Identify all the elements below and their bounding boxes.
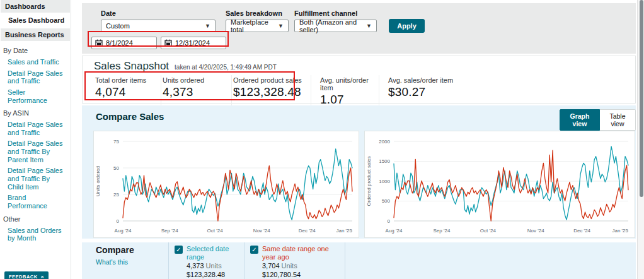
sidebar-group-label: By Date [0, 43, 71, 56]
svg-text:Oct '24: Oct '24 [480, 228, 497, 234]
feedback-button[interactable]: FEEDBACK× [4, 271, 49, 279]
svg-text:Dec '24: Dec '24 [299, 228, 316, 234]
svg-text:1500: 1500 [379, 158, 390, 164]
svg-text:Jan '25: Jan '25 [336, 228, 352, 234]
view-toggle: Graph view Table view [560, 109, 636, 131]
sidebar: Dashboards Sales Dashboard Business Repo… [0, 0, 71, 279]
sidebar-item-sales-dashboard[interactable]: Sales Dashboard [0, 15, 71, 28]
svg-text:Oct '24: Oct '24 [207, 228, 224, 234]
sales-snapshot-title: Sales Snapshot [94, 60, 169, 73]
compare-sales-panel: Compare Sales Graph view Table view 0255… [82, 105, 636, 279]
sidebar-item-detail-page-sales-and-traffic[interactable]: Detail Page Sales and Traffic [0, 68, 71, 86]
svg-text:50: 50 [113, 165, 119, 171]
legend-item-selected-range: ✓ Selected date range 4,373 Units $123,3… [168, 242, 244, 279]
sales-snapshot-timestamp: taken at 4/20/2025, 1:49:49 AM PDT [175, 64, 277, 71]
sidebar-item-sales-and-traffic[interactable]: Sales and Traffic [0, 56, 71, 68]
svg-text:Nov '24: Nov '24 [253, 228, 270, 234]
svg-text:Dec '24: Dec '24 [573, 228, 590, 234]
main-content: Date Custom ▼ 8/1/2024 12/31/2024 Sales … [82, 0, 636, 279]
app-root: Dashboards Sales Dashboard Business Repo… [0, 0, 644, 279]
sidebar-item-detail-page-sales-and-traffic[interactable]: Detail Page Sales and Traffic [0, 119, 71, 138]
units-ordered-chart-canvas: 0255075Aug '24Sep '24Oct '24Nov '24Dec '… [94, 131, 359, 237]
svg-text:Sep '24: Sep '24 [161, 228, 178, 234]
selected-range-label: Selected date range [187, 245, 244, 261]
metric-units-ordered: Units ordered 4,373 [161, 75, 232, 109]
svg-text:Aug '24: Aug '24 [386, 228, 403, 234]
sidebar-item-detail-page-sales-and-traffic-by-child-item[interactable]: Detail Page Sales and Traffic By Child I… [0, 165, 71, 192]
svg-text:Jan '25: Jan '25 [612, 228, 628, 234]
compare-sales-title: Compare Sales [96, 111, 164, 122]
fulfillment-channel-select[interactable]: Both (Amazon and seller) ▼ [294, 20, 377, 32]
close-icon[interactable]: × [41, 274, 44, 279]
calendar-icon[interactable] [92, 37, 106, 49]
date-range-select[interactable]: Custom ▼ [101, 20, 216, 32]
selected-range-checkbox[interactable]: ✓ [175, 246, 183, 254]
compare-legend: Compare What's this ✓ Selected date rang… [96, 242, 636, 279]
svg-text:500: 500 [382, 198, 391, 204]
metric-ordered-product-sales: Ordered product sales $123,328.48 [232, 75, 311, 109]
sidebar-group-label: By ASIN [0, 105, 71, 119]
sales-breakdown-label: Sales breakdown [226, 9, 282, 17]
prior-year-checkbox[interactable]: ✓ [250, 246, 258, 254]
sidebar-item-seller-performance[interactable]: Seller Performance [0, 86, 71, 105]
metric-avg-units-per-order-item: Avg. units/order item 1.07 [311, 75, 379, 109]
start-date-input[interactable]: 8/1/2024 [91, 37, 157, 49]
date-range-select-value: Custom [106, 22, 130, 30]
filter-panel: Date Custom ▼ 8/1/2024 12/31/2024 Sales … [82, 3, 636, 54]
svg-text:1000: 1000 [379, 179, 390, 184]
svg-text:Ordered product sales: Ordered product sales [366, 156, 372, 206]
legend-spacer [345, 242, 636, 279]
sidebar-item-detail-page-sales-and-traffic-by-parent-item[interactable]: Detail Page Sales and Traffic By Parent … [0, 138, 71, 165]
compare-label: Compare [96, 245, 168, 255]
scrollbar-thumb[interactable] [640, 0, 643, 197]
sidebar-group-label: Other [0, 211, 71, 225]
svg-text:Aug '24: Aug '24 [115, 228, 132, 234]
graph-view-button[interactable]: Graph view [560, 109, 600, 131]
ordered-product-sales-chart: 0500100015002000Aug '24Sep '24Oct '24Nov… [364, 131, 635, 238]
prior-year-sales: $120,780.54 [262, 271, 344, 278]
chevron-down-icon: ▼ [362, 23, 372, 29]
selected-range-sales: $123,328.48 [187, 271, 244, 278]
svg-text:Sep '24: Sep '24 [433, 228, 450, 234]
scrollbar[interactable] [637, 0, 644, 279]
table-view-button[interactable]: Table view [600, 109, 636, 131]
snapshot-metrics: Total order items 4,074 Units ordered 4,… [83, 75, 635, 109]
sidebar-header-dashboards: Dashboards [1, 0, 70, 13]
calendar-icon[interactable] [161, 37, 175, 49]
legend-item-prior-year: ✓ Same date range one year ago 3,704 Uni… [244, 242, 345, 279]
svg-text:25: 25 [113, 192, 119, 198]
sidebar-header-business-reports: Business Reports [1, 28, 70, 41]
chevron-down-icon: ▼ [201, 23, 210, 29]
end-date-value: 12/31/2024 [175, 39, 210, 47]
metric-total-order-items: Total order items 4,074 [94, 75, 161, 109]
fulfillment-channel-value: Both (Amazon and seller) [299, 18, 362, 33]
selected-range-units: 4,373 Units [187, 262, 244, 270]
metric-avg-sales-per-order-item: Avg. sales/order item $30.27 [379, 75, 462, 109]
start-date-value: 8/1/2024 [106, 39, 133, 47]
ordered-product-sales-chart-canvas: 0500100015002000Aug '24Sep '24Oct '24Nov… [365, 131, 635, 237]
apply-button[interactable]: Apply [389, 19, 425, 33]
sales-breakdown-value: Marketplace total [231, 18, 274, 33]
svg-text:75: 75 [113, 139, 119, 145]
svg-text:Nov '24: Nov '24 [527, 228, 544, 234]
fulfillment-channel-label: Fulfillment channel [294, 9, 357, 17]
end-date-input[interactable]: 12/31/2024 [161, 37, 226, 49]
svg-text:0: 0 [388, 218, 391, 224]
svg-text:2000: 2000 [379, 139, 390, 145]
units-ordered-chart: 0255075Aug '24Sep '24Oct '24Nov '24Dec '… [93, 131, 359, 238]
whats-this-link[interactable]: What's this [96, 258, 168, 266]
sidebar-item-sales-and-orders-by-month[interactable]: Sales and Orders by Month [0, 225, 71, 244]
sales-snapshot-panel: Sales Snapshot taken at 4/20/2025, 1:49:… [82, 56, 636, 104]
svg-text:Units ordered: Units ordered [95, 166, 101, 196]
sales-breakdown-select[interactable]: Marketplace total ▼ [226, 20, 289, 32]
svg-text:0: 0 [117, 218, 120, 224]
prior-year-label: Same date range one year ago [262, 245, 344, 261]
prior-year-units: 3,704 Units [262, 262, 344, 270]
date-filter-label: Date [101, 9, 116, 17]
chevron-down-icon: ▼ [274, 23, 284, 29]
sidebar-groups: By DateSales and TrafficDetail Page Sale… [0, 43, 71, 244]
compare-block: Compare What's this [96, 242, 168, 279]
sidebar-item-brand-performance[interactable]: Brand Performance [0, 192, 71, 211]
